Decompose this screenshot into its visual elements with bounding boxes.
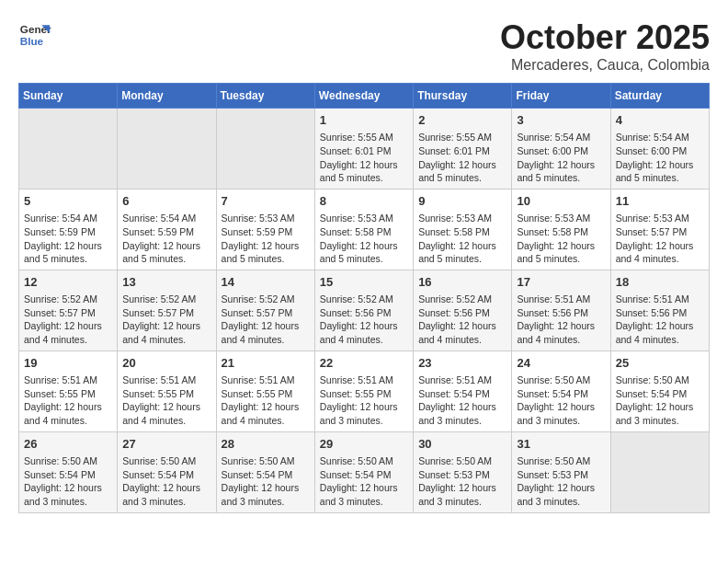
day-number: 7 — [222, 193, 310, 210]
svg-text:Blue: Blue — [20, 35, 44, 47]
day-info: Sunrise: 5:50 AM Sunset: 5:54 PM Dayligh… — [320, 454, 408, 509]
calendar-cell: 1Sunrise: 5:55 AM Sunset: 6:01 PM Daylig… — [314, 109, 413, 190]
day-number: 8 — [320, 193, 408, 210]
calendar-cell — [216, 109, 314, 190]
calendar-cell — [19, 109, 118, 190]
calendar-cell — [118, 109, 216, 190]
calendar-cell: 12Sunrise: 5:52 AM Sunset: 5:57 PM Dayli… — [19, 270, 118, 350]
location-title: Mercaderes, Cauca, Colombia — [500, 57, 710, 74]
day-info: Sunrise: 5:54 AM Sunset: 6:00 PM Dayligh… — [616, 131, 704, 185]
day-number: 20 — [122, 355, 210, 372]
calendar-cell: 22Sunrise: 5:51 AM Sunset: 5:55 PM Dayli… — [314, 350, 413, 431]
calendar-cell: 11Sunrise: 5:53 AM Sunset: 5:57 PM Dayli… — [610, 189, 709, 270]
calendar-cell: 29Sunrise: 5:50 AM Sunset: 5:54 PM Dayli… — [314, 431, 413, 512]
day-info: Sunrise: 5:52 AM Sunset: 5:56 PM Dayligh… — [320, 293, 408, 347]
calendar-cell: 9Sunrise: 5:53 AM Sunset: 5:58 PM Daylig… — [414, 189, 512, 270]
day-info: Sunrise: 5:53 AM Sunset: 5:58 PM Dayligh… — [320, 212, 408, 266]
day-number: 13 — [122, 274, 210, 291]
weekday-header-wednesday: Wednesday — [314, 84, 413, 109]
month-title: October 2025 — [500, 18, 710, 57]
day-number: 25 — [616, 355, 704, 372]
day-number: 9 — [418, 193, 506, 210]
calendar-cell: 16Sunrise: 5:52 AM Sunset: 5:56 PM Dayli… — [414, 270, 512, 350]
day-number: 12 — [24, 274, 112, 291]
day-number: 22 — [320, 355, 408, 372]
calendar-table: SundayMondayTuesdayWednesdayThursdayFrid… — [18, 83, 710, 513]
day-info: Sunrise: 5:50 AM Sunset: 5:53 PM Dayligh… — [418, 454, 506, 509]
day-number: 15 — [320, 274, 408, 291]
calendar-cell: 15Sunrise: 5:52 AM Sunset: 5:56 PM Dayli… — [314, 270, 413, 350]
calendar-week-row: 5Sunrise: 5:54 AM Sunset: 5:59 PM Daylig… — [19, 189, 710, 270]
day-info: Sunrise: 5:52 AM Sunset: 5:57 PM Dayligh… — [24, 293, 112, 347]
weekday-header-thursday: Thursday — [414, 84, 512, 109]
weekday-header-tuesday: Tuesday — [216, 84, 314, 109]
day-number: 1 — [320, 112, 408, 129]
day-number: 30 — [418, 436, 506, 453]
day-info: Sunrise: 5:50 AM Sunset: 5:54 PM Dayligh… — [517, 373, 605, 428]
calendar-cell: 20Sunrise: 5:51 AM Sunset: 5:55 PM Dayli… — [118, 350, 216, 431]
day-info: Sunrise: 5:51 AM Sunset: 5:55 PM Dayligh… — [24, 373, 112, 428]
page-header: General Blue October 2025 Mercaderes, Ca… — [18, 18, 710, 74]
day-info: Sunrise: 5:54 AM Sunset: 5:59 PM Dayligh… — [24, 212, 112, 266]
calendar-cell: 8Sunrise: 5:53 AM Sunset: 5:58 PM Daylig… — [314, 189, 413, 270]
day-info: Sunrise: 5:53 AM Sunset: 5:59 PM Dayligh… — [222, 212, 310, 266]
calendar-cell: 19Sunrise: 5:51 AM Sunset: 5:55 PM Dayli… — [19, 350, 118, 431]
day-number: 21 — [222, 355, 310, 372]
calendar-cell: 18Sunrise: 5:51 AM Sunset: 5:56 PM Dayli… — [610, 270, 709, 350]
calendar-cell: 6Sunrise: 5:54 AM Sunset: 5:59 PM Daylig… — [118, 189, 216, 270]
calendar-cell: 28Sunrise: 5:50 AM Sunset: 5:54 PM Dayli… — [216, 431, 314, 512]
day-info: Sunrise: 5:51 AM Sunset: 5:55 PM Dayligh… — [320, 373, 408, 428]
calendar-cell: 3Sunrise: 5:54 AM Sunset: 6:00 PM Daylig… — [512, 109, 610, 190]
day-info: Sunrise: 5:50 AM Sunset: 5:54 PM Dayligh… — [122, 454, 210, 509]
day-info: Sunrise: 5:53 AM Sunset: 5:58 PM Dayligh… — [418, 212, 506, 266]
day-number: 10 — [517, 193, 605, 210]
calendar-cell: 23Sunrise: 5:51 AM Sunset: 5:54 PM Dayli… — [414, 350, 512, 431]
day-info: Sunrise: 5:50 AM Sunset: 5:54 PM Dayligh… — [222, 454, 310, 509]
day-number: 23 — [418, 355, 506, 372]
day-number: 2 — [418, 112, 506, 129]
weekday-header-monday: Monday — [118, 84, 216, 109]
day-number: 16 — [418, 274, 506, 291]
day-number: 31 — [517, 436, 605, 453]
calendar-cell: 2Sunrise: 5:55 AM Sunset: 6:01 PM Daylig… — [414, 109, 512, 190]
calendar-cell: 13Sunrise: 5:52 AM Sunset: 5:57 PM Dayli… — [118, 270, 216, 350]
day-info: Sunrise: 5:52 AM Sunset: 5:57 PM Dayligh… — [122, 293, 210, 347]
calendar-cell: 5Sunrise: 5:54 AM Sunset: 5:59 PM Daylig… — [19, 189, 118, 270]
day-number: 14 — [222, 274, 310, 291]
calendar-cell: 25Sunrise: 5:50 AM Sunset: 5:54 PM Dayli… — [610, 350, 709, 431]
day-info: Sunrise: 5:51 AM Sunset: 5:55 PM Dayligh… — [222, 373, 310, 428]
calendar-cell: 17Sunrise: 5:51 AM Sunset: 5:56 PM Dayli… — [512, 270, 610, 350]
day-info: Sunrise: 5:54 AM Sunset: 5:59 PM Dayligh… — [122, 212, 210, 266]
day-number: 26 — [24, 436, 112, 453]
day-info: Sunrise: 5:52 AM Sunset: 5:56 PM Dayligh… — [418, 293, 506, 347]
title-section: October 2025 Mercaderes, Cauca, Colombia — [500, 18, 710, 74]
day-info: Sunrise: 5:51 AM Sunset: 5:56 PM Dayligh… — [517, 293, 605, 347]
calendar-cell — [610, 431, 709, 512]
day-info: Sunrise: 5:55 AM Sunset: 6:01 PM Dayligh… — [320, 131, 408, 185]
weekday-header-row: SundayMondayTuesdayWednesdayThursdayFrid… — [19, 84, 710, 109]
logo-icon: General Blue — [18, 18, 51, 52]
day-number: 28 — [222, 436, 310, 453]
calendar-week-row: 26Sunrise: 5:50 AM Sunset: 5:54 PM Dayli… — [19, 431, 710, 512]
day-info: Sunrise: 5:52 AM Sunset: 5:57 PM Dayligh… — [222, 293, 310, 347]
day-number: 5 — [24, 193, 112, 210]
day-info: Sunrise: 5:51 AM Sunset: 5:56 PM Dayligh… — [616, 293, 704, 347]
day-number: 24 — [517, 355, 605, 372]
calendar-week-row: 12Sunrise: 5:52 AM Sunset: 5:57 PM Dayli… — [19, 270, 710, 350]
calendar-cell: 4Sunrise: 5:54 AM Sunset: 6:00 PM Daylig… — [610, 109, 709, 190]
calendar-cell: 30Sunrise: 5:50 AM Sunset: 5:53 PM Dayli… — [414, 431, 512, 512]
weekday-header-saturday: Saturday — [610, 84, 709, 109]
day-number: 11 — [616, 193, 704, 210]
day-number: 4 — [616, 112, 704, 129]
calendar-cell: 14Sunrise: 5:52 AM Sunset: 5:57 PM Dayli… — [216, 270, 314, 350]
day-number: 6 — [122, 193, 210, 210]
day-number: 29 — [320, 436, 408, 453]
day-info: Sunrise: 5:53 AM Sunset: 5:57 PM Dayligh… — [616, 212, 704, 266]
day-info: Sunrise: 5:50 AM Sunset: 5:54 PM Dayligh… — [616, 373, 704, 428]
calendar-week-row: 19Sunrise: 5:51 AM Sunset: 5:55 PM Dayli… — [19, 350, 710, 431]
day-number: 27 — [122, 436, 210, 453]
calendar-cell: 26Sunrise: 5:50 AM Sunset: 5:54 PM Dayli… — [19, 431, 118, 512]
calendar-week-row: 1Sunrise: 5:55 AM Sunset: 6:01 PM Daylig… — [19, 109, 710, 190]
day-number: 17 — [517, 274, 605, 291]
day-info: Sunrise: 5:50 AM Sunset: 5:54 PM Dayligh… — [24, 454, 112, 509]
